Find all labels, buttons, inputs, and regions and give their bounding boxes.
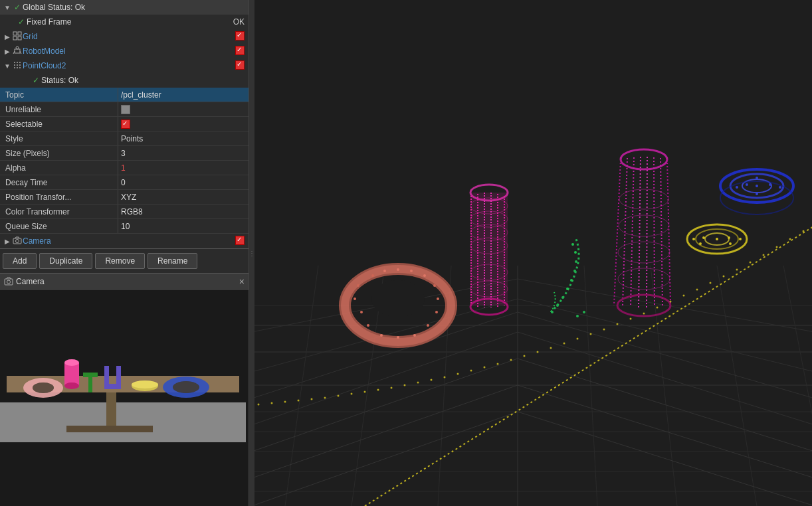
- remove-button[interactable]: Remove: [95, 253, 145, 269]
- prop-queue-val: 10: [118, 219, 249, 233]
- panel-divider[interactable]: ⋮: [249, 0, 254, 506]
- svg-point-112: [561, 296, 564, 299]
- pc-object-yellow-disk: [687, 224, 747, 254]
- prop-color-transform-key: Color Transformer: [0, 205, 118, 218]
- svg-rect-36: [104, 384, 121, 389]
- pc-object-cylinder1: [470, 185, 508, 315]
- svg-rect-22: [0, 402, 246, 442]
- svg-point-143: [692, 238, 695, 240]
- svg-point-140: [739, 238, 742, 240]
- prop-topic-row[interactable]: Topic /pcl_cluster: [0, 88, 249, 102]
- rename-button[interactable]: Rename: [148, 253, 197, 269]
- svg-point-86: [437, 297, 439, 300]
- prop-unreliable-val[interactable]: [118, 102, 249, 116]
- add-button[interactable]: Add: [3, 253, 37, 269]
- prop-decay-row[interactable]: Decay Time 0: [0, 175, 249, 190]
- camera-scene-svg: [0, 290, 246, 442]
- svg-rect-1: [18, 32, 21, 35]
- camera-checkbox[interactable]: [235, 236, 245, 247]
- svg-point-178: [524, 355, 526, 357]
- svg-point-150: [779, 186, 781, 189]
- pc2-checkbox[interactable]: [235, 60, 245, 72]
- camera-row[interactable]: ▶ Camera: [0, 234, 249, 248]
- prop-alpha-val: 1: [118, 161, 249, 175]
- unreliable-checkbox[interactable]: [121, 105, 130, 114]
- button-bar: Add Duplicate Remove Rename: [0, 249, 249, 274]
- svg-point-188: [391, 387, 393, 389]
- svg-point-183: [457, 373, 459, 375]
- prop-size-val: 3: [118, 146, 249, 160]
- prop-size-key: Size (Pixels): [0, 146, 118, 160]
- robot-checkbox[interactable]: [235, 46, 245, 57]
- grid-arrow: ▶: [3, 33, 12, 41]
- svg-point-83: [413, 334, 416, 337]
- prop-color-transform-row[interactable]: Color Transformer RGB8: [0, 205, 249, 219]
- svg-point-85: [435, 311, 438, 313]
- svg-point-142: [702, 236, 705, 239]
- svg-point-120: [583, 311, 585, 313]
- grid-checkbox[interactable]: [235, 31, 245, 42]
- status-label: Status: Ok: [41, 76, 78, 85]
- svg-point-11: [14, 64, 15, 66]
- fixed-frame-row[interactable]: ✓ Fixed Frame OK: [0, 15, 249, 29]
- status-ok-row[interactable]: ✓ Status: Ok: [0, 73, 249, 88]
- prop-topic-key: Topic: [0, 88, 118, 102]
- svg-point-170: [630, 318, 632, 320]
- svg-point-196: [284, 401, 286, 403]
- prop-alpha-row[interactable]: Alpha 1: [0, 161, 249, 175]
- svg-rect-33: [83, 373, 98, 377]
- svg-point-184: [444, 377, 446, 379]
- svg-point-38: [132, 380, 158, 388]
- camera-close-button[interactable]: ×: [239, 276, 245, 287]
- svg-point-180: [497, 363, 499, 365]
- pc2-type-icon: [12, 60, 23, 72]
- prop-style-val: Points: [118, 131, 249, 145]
- prop-style-key: Style: [0, 131, 118, 145]
- duplicate-button[interactable]: Duplicate: [39, 253, 92, 269]
- pc2-label: PointCloud2: [23, 61, 66, 70]
- prop-selectable-val[interactable]: [118, 117, 249, 131]
- svg-point-87: [433, 284, 436, 287]
- svg-point-169: [643, 313, 645, 315]
- prop-queue-row[interactable]: Queue Size 10: [0, 219, 249, 234]
- svg-point-82: [397, 336, 399, 339]
- camera-header-icon: [4, 277, 13, 286]
- pointcloud2-row[interactable]: ▼ PointCloud2: [0, 58, 249, 73]
- svg-point-13: [19, 64, 21, 66]
- robot-arrow: ▶: [3, 48, 12, 55]
- prop-selectable-row[interactable]: Selectable: [0, 117, 249, 131]
- svg-point-77: [357, 284, 359, 287]
- camera-arrow: ▶: [3, 238, 12, 245]
- global-status-row[interactable]: ▼ ✓ Global Status: Ok: [0, 0, 249, 15]
- prop-size-row[interactable]: Size (Pixels) 3: [0, 146, 249, 161]
- svg-point-181: [484, 367, 486, 369]
- svg-point-168: [657, 307, 659, 309]
- svg-point-198: [258, 404, 260, 406]
- prop-alpha-key: Alpha: [0, 161, 118, 175]
- svg-point-160: [763, 254, 765, 256]
- svg-point-89: [410, 270, 413, 272]
- svg-point-179: [510, 359, 512, 361]
- robot-type-icon: [12, 46, 23, 57]
- svg-point-78: [354, 297, 356, 300]
- robot-model-row[interactable]: ▶ RobotModel: [0, 44, 249, 58]
- svg-point-193: [324, 397, 326, 399]
- prop-style-row[interactable]: Style Points: [0, 131, 249, 146]
- svg-point-41: [173, 381, 199, 393]
- prop-queue-key: Queue Size: [0, 219, 118, 233]
- svg-point-93: [371, 280, 425, 317]
- svg-point-186: [417, 382, 419, 384]
- 3d-viewport-svg: [254, 0, 812, 506]
- svg-point-177: [537, 351, 539, 353]
- fixed-frame-label: Fixed Frame: [27, 17, 71, 27]
- grid-row[interactable]: ▶ Grid: [0, 29, 249, 44]
- prop-pos-transform-row[interactable]: Position Transfor... XYZ: [0, 190, 249, 205]
- svg-point-172: [603, 329, 605, 331]
- svg-rect-29: [64, 363, 79, 386]
- check-icon-ff: ✓: [16, 17, 27, 27]
- svg-rect-3: [18, 37, 21, 40]
- prop-unreliable-row[interactable]: Unreliable: [0, 102, 249, 117]
- svg-point-113: [566, 288, 569, 290]
- viewport[interactable]: [254, 0, 812, 506]
- selectable-checkbox[interactable]: [121, 120, 130, 129]
